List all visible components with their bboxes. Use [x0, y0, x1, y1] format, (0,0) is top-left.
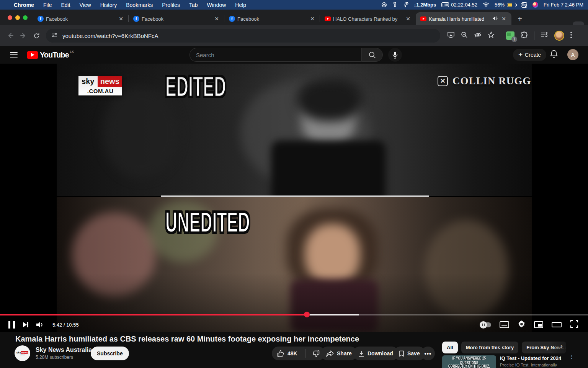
sidebar-ad[interactable]: IF YOU ANSWERED 25 QUESTIONS CORRECTLY O…: [442, 355, 580, 368]
create-button[interactable]: + Create: [513, 49, 546, 61]
youtube-favicon: [325, 16, 331, 21]
guide-menu-icon[interactable]: [10, 52, 18, 58]
ad-thumbnail[interactable]: IF YOU ANSWERED 25 QUESTIONS CORRECTLY O…: [442, 355, 496, 368]
menu-app-name[interactable]: Chrome: [14, 2, 34, 8]
thumbs-down-icon: [312, 350, 320, 357]
menu-help[interactable]: Help: [235, 2, 246, 8]
youtube-logo[interactable]: YouTube LK: [27, 51, 74, 59]
menu-profiles[interactable]: Profiles: [162, 2, 180, 8]
chips-scroll-right-icon[interactable]: ›: [560, 343, 562, 350]
chrome-profile-avatar[interactable]: [554, 31, 564, 41]
search-input-wrap[interactable]: [189, 48, 361, 62]
share-icon: [326, 350, 334, 357]
collin-rugg-watermark: ✕ COLLIN RUGG: [438, 75, 531, 87]
progress-bar[interactable]: [0, 314, 588, 315]
media-controls-icon[interactable]: [541, 32, 548, 39]
menu-edit[interactable]: Edit: [61, 2, 70, 8]
menu-history[interactable]: History: [100, 2, 117, 8]
subscribe-button[interactable]: Subscribe: [91, 347, 129, 360]
chip-more-from-story[interactable]: More from this story: [461, 342, 519, 353]
tab-kamala-video-active[interactable]: Kamala Harris humiliated ✕: [416, 12, 511, 25]
forward-button[interactable]: [17, 29, 30, 42]
chrome-tabstrip: f Facebook ✕ f Facebook ✕ f Facebook ✕ H…: [0, 10, 588, 25]
chip-all[interactable]: All: [442, 342, 458, 353]
close-window-button[interactable]: [8, 15, 12, 20]
location-disabled-icon[interactable]: [402, 2, 408, 8]
progress-scrubber[interactable]: [304, 312, 310, 317]
chip-from-channel[interactable]: From Sky News Aus: [522, 342, 566, 353]
zoom-icon[interactable]: [461, 31, 468, 40]
autoplay-toggle[interactable]: [480, 322, 491, 327]
mic-icon: [392, 51, 398, 59]
tab-close-icon[interactable]: ✕: [117, 16, 125, 22]
facebook-favicon: f: [229, 16, 235, 22]
download-button[interactable]: Download: [353, 347, 399, 360]
fullscreen-button[interactable]: [570, 320, 578, 330]
search-input[interactable]: [196, 52, 361, 58]
menu-tab[interactable]: Tab: [189, 2, 198, 8]
install-app-icon[interactable]: [447, 31, 455, 40]
omnibox[interactable]: youtube.com/watch?v=6KrkBBoNFcA: [46, 29, 440, 43]
channel-avatar[interactable]: skynews com.au: [15, 345, 30, 361]
wifi-icon[interactable]: [483, 2, 489, 7]
subtitles-button[interactable]: [500, 321, 509, 328]
voice-search-button[interactable]: [388, 48, 402, 62]
menu-file[interactable]: File: [43, 2, 52, 8]
pause-button[interactable]: [5, 321, 18, 329]
menubar-clock[interactable]: Fri Feb 7 2:46 PM: [544, 2, 583, 8]
browser-profile-icon[interactable]: [532, 2, 538, 8]
password-hidden-icon[interactable]: [474, 32, 482, 39]
more-actions-button[interactable]: •••: [421, 347, 435, 360]
tab-facebook-3[interactable]: f Facebook ✕: [224, 12, 320, 25]
tab-halo-video[interactable]: HALO Characters Ranked by ✕: [320, 12, 416, 25]
paperclip-icon[interactable]: [392, 2, 397, 8]
download-speed[interactable]: ↓1.2Mbps: [414, 2, 436, 8]
menu-view[interactable]: View: [80, 2, 91, 8]
tab-close-icon[interactable]: ✕: [500, 16, 508, 22]
like-button[interactable]: 48K: [272, 347, 302, 360]
share-button[interactable]: Share: [321, 347, 357, 360]
bookmark-star-icon[interactable]: [488, 31, 495, 40]
miniplayer-button[interactable]: [534, 321, 543, 328]
url-text[interactable]: youtube.com/watch?v=6KrkBBoNFcA: [62, 33, 158, 39]
yt-account-avatar[interactable]: A: [567, 49, 578, 60]
chrome-menu-icon[interactable]: [570, 31, 572, 40]
site-info-icon[interactable]: [51, 32, 58, 40]
menu-window[interactable]: Window: [207, 2, 226, 8]
tab-audio-icon[interactable]: [492, 16, 498, 22]
zoom-window-button[interactable]: [23, 15, 28, 20]
reload-button[interactable]: [30, 29, 43, 42]
tab-close-icon[interactable]: ✕: [309, 16, 316, 22]
next-button[interactable]: [22, 321, 29, 329]
tab-close-icon[interactable]: ✕: [404, 16, 412, 22]
tab-facebook-1[interactable]: f Facebook ✕: [33, 12, 129, 25]
control-center-icon[interactable]: [521, 2, 527, 8]
ad-menu-icon[interactable]: ⋮: [569, 355, 574, 368]
timer-widget[interactable]: 02:22:04:52: [441, 2, 477, 8]
thumbs-up-icon: [277, 350, 284, 357]
menu-bookmarks[interactable]: Bookmarks: [126, 2, 153, 8]
unedited-clip-frame: [57, 197, 532, 332]
ad-title[interactable]: IQ Test - Updated for 2024: [500, 355, 567, 361]
back-button[interactable]: [4, 29, 17, 42]
volume-button[interactable]: [36, 321, 45, 329]
channel-name[interactable]: Sky News Australia ✓: [36, 347, 100, 353]
tab-close-icon[interactable]: ✕: [213, 16, 220, 22]
video-player[interactable]: EDITED UNEDITED sky news .COM.AU ✕ COLLI…: [0, 64, 588, 332]
save-button[interactable]: Save: [394, 347, 425, 360]
battery-widget[interactable]: 56%: [495, 2, 516, 8]
extensions-puzzle-icon[interactable]: [521, 31, 528, 40]
settings-gear-icon[interactable]: [518, 320, 526, 330]
minimize-window-button[interactable]: [15, 15, 20, 20]
tab-facebook-2[interactable]: f Facebook ✕: [129, 12, 224, 25]
search-bar: [189, 48, 383, 62]
new-tab-button[interactable]: +: [514, 13, 525, 24]
openai-icon[interactable]: [381, 2, 387, 8]
notifications-bell-icon[interactable]: [550, 49, 558, 60]
theater-mode-button[interactable]: [552, 322, 562, 327]
macos-menubar: Chrome File Edit View History Bookmarks …: [0, 0, 588, 10]
timer-value: 02:22:04:52: [451, 2, 477, 8]
extension-count-badge: 7: [511, 36, 517, 42]
extension-badge-icon[interactable]: 7: [506, 31, 514, 40]
search-button[interactable]: [361, 48, 383, 62]
